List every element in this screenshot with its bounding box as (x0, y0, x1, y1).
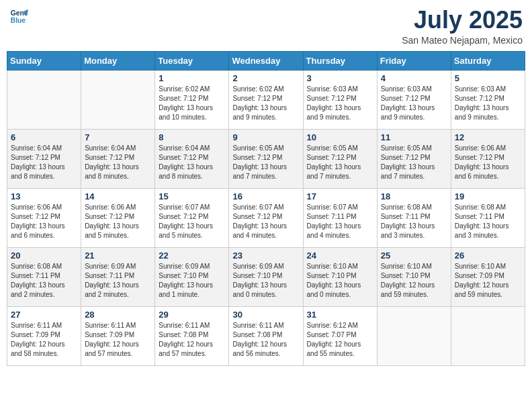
calendar-day: 24Sunrise: 6:10 AM Sunset: 7:10 PM Dayli… (303, 247, 377, 306)
day-info: Sunrise: 6:08 AM Sunset: 7:11 PM Dayligh… (455, 203, 521, 240)
calendar-day: 9Sunrise: 6:05 AM Sunset: 7:12 PM Daylig… (229, 129, 303, 188)
day-info: Sunrise: 6:09 AM Sunset: 7:11 PM Dayligh… (85, 262, 151, 300)
day-info: Sunrise: 6:05 AM Sunset: 7:12 PM Dayligh… (381, 144, 447, 181)
day-info: Sunrise: 6:09 AM Sunset: 7:10 PM Dayligh… (232, 262, 299, 300)
weekday-header-wednesday: Wednesday (229, 51, 303, 70)
day-number: 17 (307, 191, 373, 201)
day-info: Sunrise: 6:10 AM Sunset: 7:10 PM Dayligh… (381, 262, 447, 300)
day-number: 9 (232, 132, 299, 142)
day-number: 27 (11, 310, 77, 320)
calendar-day: 1Sunrise: 6:02 AM Sunset: 7:12 PM Daylig… (155, 70, 229, 129)
calendar-week-4: 20Sunrise: 6:08 AM Sunset: 7:11 PM Dayli… (7, 247, 525, 306)
day-info: Sunrise: 6:02 AM Sunset: 7:12 PM Dayligh… (159, 85, 225, 122)
day-info: Sunrise: 6:11 AM Sunset: 7:09 PM Dayligh… (85, 321, 151, 359)
day-number: 19 (455, 191, 521, 201)
calendar-day: 31Sunrise: 6:12 AM Sunset: 7:07 PM Dayli… (303, 306, 377, 365)
calendar-day: 28Sunrise: 6:11 AM Sunset: 7:09 PM Dayli… (81, 306, 155, 365)
calendar-day (81, 70, 155, 129)
calendar-day (377, 306, 451, 365)
day-info: Sunrise: 6:03 AM Sunset: 7:12 PM Dayligh… (381, 85, 447, 122)
day-info: Sunrise: 6:09 AM Sunset: 7:10 PM Dayligh… (159, 262, 225, 300)
day-info: Sunrise: 6:07 AM Sunset: 7:11 PM Dayligh… (307, 203, 373, 240)
day-number: 25 (381, 250, 447, 261)
day-number: 31 (307, 310, 373, 320)
day-number: 28 (85, 310, 151, 320)
day-number: 3 (307, 73, 373, 83)
day-number: 30 (232, 310, 299, 320)
day-info: Sunrise: 6:07 AM Sunset: 7:12 PM Dayligh… (159, 203, 225, 240)
calendar-day: 4Sunrise: 6:03 AM Sunset: 7:12 PM Daylig… (377, 70, 451, 129)
calendar-day: 12Sunrise: 6:06 AM Sunset: 7:12 PM Dayli… (451, 129, 525, 188)
day-info: Sunrise: 6:04 AM Sunset: 7:12 PM Dayligh… (159, 144, 225, 181)
day-number: 20 (11, 250, 77, 261)
calendar-day: 7Sunrise: 6:04 AM Sunset: 7:12 PM Daylig… (81, 129, 155, 188)
calendar-day: 13Sunrise: 6:06 AM Sunset: 7:12 PM Dayli… (7, 188, 81, 247)
day-number: 13 (11, 191, 77, 201)
day-info: Sunrise: 6:03 AM Sunset: 7:12 PM Dayligh… (455, 85, 521, 122)
weekday-header-thursday: Thursday (303, 51, 377, 70)
day-info: Sunrise: 6:07 AM Sunset: 7:12 PM Dayligh… (232, 203, 299, 240)
day-number: 14 (85, 191, 151, 201)
day-number: 26 (455, 250, 521, 261)
weekday-header-sunday: Sunday (7, 51, 81, 70)
day-info: Sunrise: 6:05 AM Sunset: 7:12 PM Dayligh… (232, 144, 299, 181)
calendar-day: 6Sunrise: 6:04 AM Sunset: 7:12 PM Daylig… (7, 129, 81, 188)
calendar-week-2: 6Sunrise: 6:04 AM Sunset: 7:12 PM Daylig… (7, 129, 525, 188)
page-header: General Blue July 2025 San Mateo Nejapam… (7, 7, 525, 46)
day-number: 8 (159, 132, 225, 142)
calendar-day: 27Sunrise: 6:11 AM Sunset: 7:09 PM Dayli… (7, 306, 81, 365)
day-info: Sunrise: 6:06 AM Sunset: 7:12 PM Dayligh… (455, 144, 521, 181)
day-info: Sunrise: 6:04 AM Sunset: 7:12 PM Dayligh… (85, 144, 151, 181)
calendar-day: 17Sunrise: 6:07 AM Sunset: 7:11 PM Dayli… (303, 188, 377, 247)
calendar-day: 19Sunrise: 6:08 AM Sunset: 7:11 PM Dayli… (451, 188, 525, 247)
calendar-week-3: 13Sunrise: 6:06 AM Sunset: 7:12 PM Dayli… (7, 188, 525, 247)
day-info: Sunrise: 6:05 AM Sunset: 7:12 PM Dayligh… (307, 144, 373, 181)
day-number: 23 (232, 250, 299, 261)
calendar-day: 11Sunrise: 6:05 AM Sunset: 7:12 PM Dayli… (377, 129, 451, 188)
calendar-day: 3Sunrise: 6:03 AM Sunset: 7:12 PM Daylig… (303, 70, 377, 129)
calendar-day: 25Sunrise: 6:10 AM Sunset: 7:10 PM Dayli… (377, 247, 451, 306)
day-info: Sunrise: 6:04 AM Sunset: 7:12 PM Dayligh… (11, 144, 77, 181)
calendar-day: 2Sunrise: 6:02 AM Sunset: 7:12 PM Daylig… (229, 70, 303, 129)
day-number: 22 (159, 250, 225, 261)
calendar-day: 14Sunrise: 6:06 AM Sunset: 7:12 PM Dayli… (81, 188, 155, 247)
location: San Mateo Nejapam, Mexico (402, 35, 523, 46)
day-info: Sunrise: 6:11 AM Sunset: 7:08 PM Dayligh… (159, 321, 225, 359)
calendar-day: 15Sunrise: 6:07 AM Sunset: 7:12 PM Dayli… (155, 188, 229, 247)
calendar-day: 23Sunrise: 6:09 AM Sunset: 7:10 PM Dayli… (229, 247, 303, 306)
weekday-header-monday: Monday (81, 51, 155, 70)
calendar-day: 8Sunrise: 6:04 AM Sunset: 7:12 PM Daylig… (155, 129, 229, 188)
calendar-week-1: 1Sunrise: 6:02 AM Sunset: 7:12 PM Daylig… (7, 70, 525, 129)
calendar-day: 30Sunrise: 6:11 AM Sunset: 7:08 PM Dayli… (229, 306, 303, 365)
day-number: 29 (159, 310, 225, 320)
day-number: 21 (85, 250, 151, 261)
logo: General Blue (9, 7, 28, 26)
calendar-day: 22Sunrise: 6:09 AM Sunset: 7:10 PM Dayli… (155, 247, 229, 306)
day-number: 1 (159, 73, 225, 83)
day-info: Sunrise: 6:12 AM Sunset: 7:07 PM Dayligh… (307, 321, 373, 359)
calendar-day: 20Sunrise: 6:08 AM Sunset: 7:11 PM Dayli… (7, 247, 81, 306)
calendar-table: SundayMondayTuesdayWednesdayThursdayFrid… (7, 51, 525, 366)
day-number: 6 (11, 132, 77, 142)
calendar-day: 16Sunrise: 6:07 AM Sunset: 7:12 PM Dayli… (229, 188, 303, 247)
day-number: 16 (232, 191, 299, 201)
svg-text:Blue: Blue (11, 17, 26, 24)
day-info: Sunrise: 6:11 AM Sunset: 7:09 PM Dayligh… (11, 321, 77, 359)
calendar-day: 5Sunrise: 6:03 AM Sunset: 7:12 PM Daylig… (451, 70, 525, 129)
day-number: 15 (159, 191, 225, 201)
day-info: Sunrise: 6:02 AM Sunset: 7:12 PM Dayligh… (232, 85, 299, 122)
logo-icon: General Blue (9, 7, 28, 26)
weekday-header-friday: Friday (377, 51, 451, 70)
day-info: Sunrise: 6:08 AM Sunset: 7:11 PM Dayligh… (11, 262, 77, 300)
calendar-header-row: SundayMondayTuesdayWednesdayThursdayFrid… (7, 51, 525, 70)
day-info: Sunrise: 6:11 AM Sunset: 7:08 PM Dayligh… (232, 321, 299, 359)
weekday-header-saturday: Saturday (451, 51, 525, 70)
day-number: 24 (307, 250, 373, 261)
weekday-header-tuesday: Tuesday (155, 51, 229, 70)
calendar-week-5: 27Sunrise: 6:11 AM Sunset: 7:09 PM Dayli… (7, 306, 525, 365)
day-info: Sunrise: 6:06 AM Sunset: 7:12 PM Dayligh… (11, 203, 77, 240)
calendar-day (7, 70, 81, 129)
day-number: 5 (455, 73, 521, 83)
calendar-day: 10Sunrise: 6:05 AM Sunset: 7:12 PM Dayli… (303, 129, 377, 188)
day-number: 18 (381, 191, 447, 201)
